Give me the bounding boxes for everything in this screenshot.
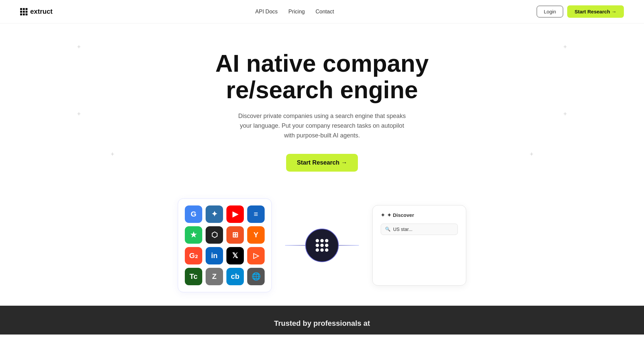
hero-start-research-button[interactable]: Start Research → xyxy=(286,154,358,172)
discover-header: ✦ ✦ Discover xyxy=(381,212,458,218)
data-sources-card: G✦▶≡★⬡⊞YG₂in𝕏▷TcZcb🌐 xyxy=(178,198,272,292)
connector-right xyxy=(339,245,359,246)
icon-github: ⬡ xyxy=(206,226,223,244)
connector-left xyxy=(285,245,305,246)
icon-google: G xyxy=(185,205,202,223)
nav-link-api-docs[interactable]: API Docs xyxy=(255,9,278,15)
logo-grid-icon xyxy=(20,8,28,15)
icon-x: 𝕏 xyxy=(226,247,244,264)
diagram-section: G✦▶≡★⬡⊞YG₂in𝕏▷TcZcb🌐 ✦ ✦ Disco xyxy=(0,192,644,292)
deco-cross-3: + xyxy=(563,44,567,51)
navbar: extruct API Docs Pricing Contact Login S… xyxy=(0,0,644,23)
hero-subtitle: Discover private companies using a searc… xyxy=(235,111,409,140)
hero-section: + + + + + + AI native company re/search … xyxy=(0,23,644,192)
login-button[interactable]: Login xyxy=(537,6,563,17)
trusted-text: Trusted by professionals at xyxy=(20,319,624,328)
icon-youtube: ▶ xyxy=(226,205,244,223)
icons-grid: G✦▶≡★⬡⊞YG₂in𝕏▷TcZcb🌐 xyxy=(178,198,272,292)
icon-web: 🌐 xyxy=(247,268,265,285)
hero-title: AI native company re/search engine xyxy=(188,50,456,103)
search-icon: 🔍 xyxy=(385,227,390,232)
center-circle xyxy=(305,229,339,262)
icon-docs: ≡ xyxy=(247,205,265,223)
icon-sendico: ▷ xyxy=(247,247,265,264)
search-query-text: US star... xyxy=(393,227,413,232)
deco-cross-6: + xyxy=(530,151,533,158)
icon-star: ★ xyxy=(185,226,202,244)
nav-actions: Login Start Research → xyxy=(537,5,624,18)
icon-feather: ✦ xyxy=(206,205,223,223)
footer-strip: Trusted by professionals at xyxy=(0,306,644,335)
diagram-container: G✦▶≡★⬡⊞YG₂in𝕏▷TcZcb🌐 ✦ ✦ Disco xyxy=(138,198,506,292)
icon-z: Z xyxy=(206,268,223,285)
deco-cross-2: + xyxy=(77,111,81,118)
icon-g2: G₂ xyxy=(185,247,202,264)
deco-cross-1: + xyxy=(77,44,81,51)
discover-card: ✦ ✦ Discover 🔍 US star... xyxy=(372,205,466,286)
logo[interactable]: extruct xyxy=(20,8,53,15)
deco-cross-5: + xyxy=(111,151,114,158)
deco-cross-4: + xyxy=(563,111,567,118)
center-dots-icon xyxy=(316,239,328,252)
sparkle-icon: ✦ xyxy=(381,212,385,218)
icon-techcrunch: Tc xyxy=(185,268,202,285)
discover-panel: ✦ ✦ Discover 🔍 US star... xyxy=(372,205,466,286)
discover-title: ✦ Discover xyxy=(387,212,414,218)
icon-linkedin: in xyxy=(206,247,223,264)
icon-ycombinator: Y xyxy=(247,226,265,244)
discover-search-bar[interactable]: 🔍 US star... xyxy=(381,224,458,235)
nav-start-research-button[interactable]: Start Research → xyxy=(567,5,624,18)
nav-link-pricing[interactable]: Pricing xyxy=(288,9,305,15)
icon-crunchbase: cb xyxy=(226,268,244,285)
center-node-area xyxy=(285,229,359,262)
nav-link-contact[interactable]: Contact xyxy=(316,9,334,15)
nav-links: API Docs Pricing Contact xyxy=(255,9,334,15)
icon-grid: ⊞ xyxy=(226,226,244,244)
